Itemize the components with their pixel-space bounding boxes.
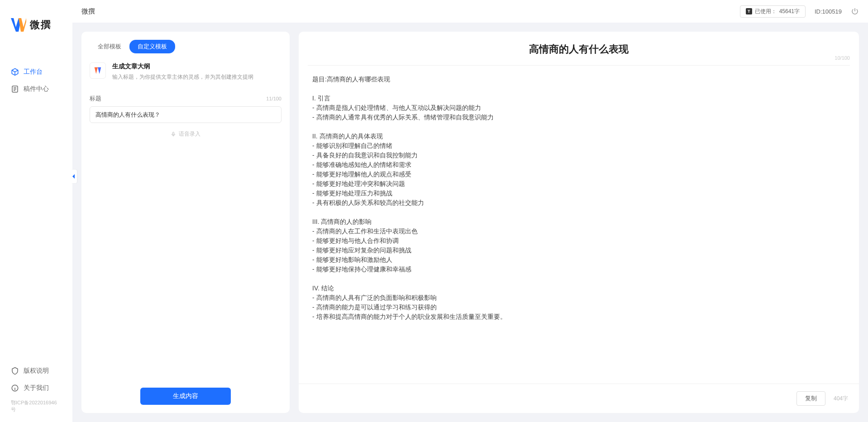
template-icon (90, 62, 106, 79)
copy-button[interactable]: 复制 (796, 391, 825, 406)
topbar: 微撰 T 已使用： 45641字 ID:100519 (72, 0, 868, 23)
nav-item-workspace[interactable]: 工作台 (0, 63, 72, 81)
template-title: 生成文章大纲 (112, 62, 253, 71)
logo-text: 微撰 (30, 18, 52, 32)
template-desc: 输入标题，为你提供文章主体的灵感，并为其创建推文提纲 (112, 73, 253, 81)
microphone-icon (171, 131, 176, 138)
sidebar: 微撰 工作台 稿件中心 版权说明 (0, 0, 72, 422)
user-id: ID:100519 (815, 8, 842, 15)
voice-hint-text: 语音录入 (179, 130, 200, 138)
svg-rect-2 (173, 132, 174, 135)
tab-custom-templates[interactable]: 自定义模板 (129, 40, 175, 53)
nav: 工作台 稿件中心 (0, 45, 72, 362)
generate-button[interactable]: 生成内容 (140, 388, 231, 405)
sidebar-bottom-label: 版权说明 (24, 367, 49, 375)
output-footer: 复制 404字 (299, 384, 859, 413)
output-header: 高情商的人有什么表现 10/100 (308, 32, 850, 66)
form-area: 标题 11/100 语音录入 (81, 90, 290, 379)
document-icon (11, 85, 19, 93)
sidebar-bottom-label: 关于我们 (24, 384, 49, 392)
sidebar-item-copyright[interactable]: 版权说明 (11, 362, 62, 379)
sidebar-bottom: 版权说明 关于我们 (0, 362, 72, 397)
content: 全部模板 自定义模板 生成文章大纲 输入标题，为你提供文章主体的灵感，并为其创建… (72, 23, 868, 422)
shield-icon (11, 367, 19, 375)
cube-icon (11, 68, 19, 76)
usage-pill[interactable]: T 已使用： 45641字 (740, 5, 806, 18)
page-title: 微撰 (81, 7, 95, 16)
nav-item-drafts[interactable]: 稿件中心 (0, 81, 72, 98)
sidebar-item-about[interactable]: 关于我们 (11, 379, 62, 397)
output-title-count: 10/100 (835, 55, 850, 61)
usage-value: 45641字 (779, 8, 800, 15)
title-char-count: 11/100 (266, 96, 281, 101)
logo: 微撰 (0, 9, 72, 45)
power-icon[interactable] (851, 7, 859, 15)
template-info: 生成文章大纲 输入标题，为你提供文章主体的灵感，并为其创建推文提纲 (112, 62, 253, 81)
template-card: 生成文章大纲 输入标题，为你提供文章主体的灵感，并为其创建推文提纲 (81, 53, 290, 90)
voice-input-button[interactable]: 语音录入 (90, 123, 281, 145)
text-badge-icon: T (746, 8, 752, 14)
usage-label: 已使用： (755, 8, 777, 15)
logo-mark-icon (11, 18, 26, 32)
chevron-left-icon (72, 174, 76, 179)
output-panel: 高情商的人有什么表现 10/100 题目:高情商的人有哪些表现 I. 引言 - … (299, 32, 859, 413)
tab-all-templates[interactable]: 全部模板 (90, 40, 129, 53)
output-word-count: 404字 (834, 395, 848, 403)
main: 微撰 T 已使用： 45641字 ID:100519 全部模板 自定义模板 (72, 0, 868, 422)
output-title: 高情商的人有什么表现 (326, 43, 832, 62)
info-icon (11, 384, 19, 392)
generate-footer: 生成内容 (81, 379, 290, 413)
title-label: 标题 (90, 95, 101, 103)
title-input[interactable] (90, 106, 281, 123)
nav-label: 稿件中心 (24, 85, 49, 93)
field-header: 标题 11/100 (90, 95, 281, 103)
icp-text: 鄂ICP备2022016946号 (0, 397, 72, 413)
output-body[interactable]: 题目:高情商的人有哪些表现 I. 引言 - 高情商是指人们处理情绪、与他人互动以… (299, 66, 859, 384)
template-tabs: 全部模板 自定义模板 (81, 32, 290, 53)
collapse-sidebar-button[interactable] (71, 170, 77, 183)
topbar-right: T 已使用： 45641字 ID:100519 (740, 5, 859, 18)
input-panel: 全部模板 自定义模板 生成文章大纲 输入标题，为你提供文章主体的灵感，并为其创建… (81, 32, 290, 413)
nav-label: 工作台 (24, 68, 43, 76)
